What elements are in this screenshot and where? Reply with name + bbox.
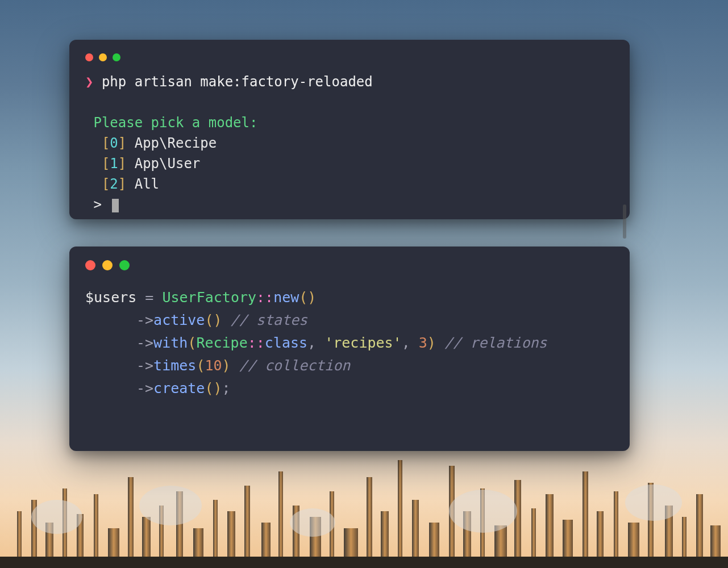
maximize-button[interactable] — [119, 260, 130, 270]
traffic-lights — [85, 53, 614, 61]
code-line-2: ->active() // states — [85, 309, 614, 332]
code-line-4: ->times(10) // collection — [85, 354, 614, 377]
model-option[interactable]: [0] App\Recipe — [85, 133, 614, 153]
code-line-3: ->with(Recipe::class, 'recipes', 3) // r… — [85, 332, 614, 354]
code-block[interactable]: $users = UserFactory::new() ->active() /… — [85, 286, 614, 400]
svg-rect-7 — [128, 477, 134, 568]
command-text: php artisan make:factory-reloaded — [102, 74, 373, 90]
model-option[interactable]: [1] App\User — [85, 153, 614, 174]
svg-rect-30 — [514, 480, 521, 568]
prompt-symbol: ❯ — [85, 74, 93, 90]
prompt-header: Please pick a model: — [93, 115, 257, 131]
close-button[interactable] — [85, 260, 95, 270]
svg-point-47 — [625, 485, 682, 521]
svg-rect-14 — [244, 486, 250, 568]
svg-point-43 — [31, 500, 82, 534]
svg-point-46 — [449, 490, 517, 533]
terminal-window-code: $users = UserFactory::new() ->active() /… — [69, 247, 630, 451]
background-skyline — [0, 437, 728, 568]
svg-rect-48 — [0, 557, 728, 568]
minimize-button[interactable] — [99, 53, 107, 61]
traffic-lights — [85, 260, 614, 270]
svg-rect-16 — [278, 471, 283, 568]
terminal-window-command: ❯ php artisan make:factory-reloaded Plea… — [69, 40, 630, 219]
svg-point-44 — [139, 486, 202, 525]
svg-point-45 — [290, 508, 335, 537]
cursor — [112, 199, 119, 212]
terminal-output[interactable]: ❯ php artisan make:factory-reloaded Plea… — [85, 72, 614, 215]
maximize-button[interactable] — [113, 53, 120, 61]
close-button[interactable] — [85, 53, 93, 61]
svg-rect-23 — [398, 460, 402, 568]
input-prompt: > — [93, 197, 101, 212]
code-line-5: ->create(); — [85, 377, 614, 400]
svg-rect-34 — [583, 471, 588, 568]
model-option[interactable]: [2] All — [85, 174, 614, 194]
minimize-button[interactable] — [102, 260, 113, 270]
scrollbar[interactable] — [623, 204, 626, 239]
svg-rect-21 — [367, 477, 372, 568]
svg-rect-36 — [614, 491, 618, 568]
code-line-1: $users = UserFactory::new() — [85, 286, 614, 309]
